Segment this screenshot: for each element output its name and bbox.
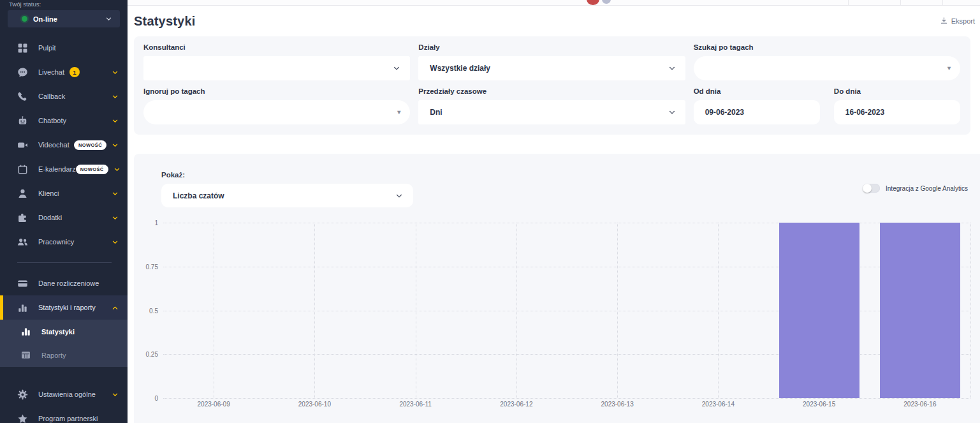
chat-icon xyxy=(17,67,28,78)
chevron-down-icon xyxy=(112,214,119,221)
y-tick-label: 0 xyxy=(133,395,158,402)
filter-konsultanci: Konsultanci xyxy=(143,43,410,80)
nowosc-badge: NOWOŚĆ xyxy=(74,140,106,150)
filter-label: Szukaj po tagach xyxy=(694,43,960,51)
show-label: Pokaż: xyxy=(134,154,980,179)
bar-chart-icon xyxy=(20,326,31,337)
y-tick-label: 0.25 xyxy=(133,351,158,358)
filter-label: Od dnia xyxy=(694,87,820,95)
online-status-icon xyxy=(22,16,27,22)
y-tick-label: 0.5 xyxy=(133,307,158,314)
sidebar-item-pracownicy[interactable]: Pracownicy xyxy=(0,230,128,254)
metric-select[interactable]: Liczba czatów xyxy=(161,184,413,207)
filter-dzialy: Działy Wszystkie działy xyxy=(418,43,685,80)
x-tick-label: 2023-06-13 xyxy=(582,401,652,408)
chevron-down-icon xyxy=(112,69,119,76)
x-tick-label: 2023-06-16 xyxy=(885,401,955,408)
sidebar-nav: PulpitLivechat1CallbackChatbotyVideochat… xyxy=(0,36,128,423)
chevron-down-icon xyxy=(395,192,403,200)
page-title: Statystyki xyxy=(134,14,196,29)
x-tick-label: 2023-06-10 xyxy=(279,401,349,408)
sidebar-item-e-kalendarz[interactable]: E-kalendarzNOWOŚĆ xyxy=(0,157,128,181)
x-tick-label: 2023-06-14 xyxy=(683,401,753,408)
record-icon[interactable] xyxy=(587,0,599,5)
app-root: Twój status: On-line PulpitLivechat1Call… xyxy=(0,0,980,423)
sidebar-item-statystyki[interactable]: Statystyki xyxy=(0,320,128,343)
chart-bar xyxy=(880,223,960,398)
y-tick-label: 0.75 xyxy=(133,263,158,270)
ignoruj-po-tagach-input[interactable]: ▾ xyxy=(143,100,410,124)
status-label: Twój status: xyxy=(0,0,128,10)
filter-label: Ignoruj po tagach xyxy=(143,87,410,95)
gridline-vertical xyxy=(416,223,416,398)
konsultanci-select[interactable] xyxy=(143,56,410,80)
sidebar-item-chatboty[interactable]: Chatboty xyxy=(0,108,128,133)
chart-section: Pokaż: Liczba czatów Integracja z Google… xyxy=(134,154,980,423)
card-icon xyxy=(17,278,28,289)
people-icon xyxy=(17,237,28,248)
sidebar-item-statystyki-i-raporty[interactable]: Statystyki i raporty xyxy=(0,295,128,320)
filter-label: Do dnia xyxy=(834,87,960,95)
chevron-down-icon xyxy=(393,64,400,72)
do-dnia-input[interactable]: 16-06-2023 xyxy=(834,100,960,124)
filter-szukaj-po-tagach: Szukaj po tagach ▾ xyxy=(694,43,960,80)
sidebar-item-pulpit[interactable]: Pulpit xyxy=(0,36,128,60)
table-icon xyxy=(20,350,31,360)
phone-icon xyxy=(17,91,28,102)
download-icon xyxy=(940,17,948,25)
sidebar-item-program-partnerski[interactable]: Program partnerski xyxy=(0,406,128,423)
chevron-down-icon xyxy=(668,108,676,116)
divider xyxy=(848,0,849,5)
chevron-down-icon xyxy=(668,64,676,72)
status-select[interactable]: On-line xyxy=(8,10,120,27)
filter-label: Przedziały czasowe xyxy=(418,87,685,95)
sidebar: Twój status: On-line PulpitLivechat1Call… xyxy=(0,0,128,423)
bar-chart: 00.250.50.7512023-06-092023-06-102023-06… xyxy=(163,223,970,398)
google-analytics-label: Integracja z Google Analytics xyxy=(886,185,968,192)
nowosc-badge: NOWOŚĆ xyxy=(76,165,108,174)
x-tick-label: 2023-06-11 xyxy=(381,401,451,408)
notification-badge: 1 xyxy=(69,67,80,77)
sidebar-item-raporty[interactable]: Raporty xyxy=(0,343,128,367)
star-icon xyxy=(17,413,28,423)
google-analytics-toggle[interactable] xyxy=(863,184,880,193)
status-value: On-line xyxy=(33,15,57,23)
chevron-down-icon xyxy=(112,391,119,398)
avatar[interactable] xyxy=(602,0,611,4)
main-content: Statystyki Eksport Konsultanci Działy xyxy=(128,0,980,423)
chevron-down-icon xyxy=(112,93,119,100)
x-tick-label: 2023-06-09 xyxy=(179,401,249,408)
filter-label: Konsultanci xyxy=(143,43,410,51)
google-analytics-toggle-row: Integracja z Google Analytics xyxy=(863,184,968,193)
przedzialy-czasowe-select[interactable]: Dni xyxy=(418,100,685,124)
video-icon xyxy=(17,140,28,151)
robot-icon xyxy=(17,115,28,126)
sidebar-item-dodatki[interactable]: Dodatki xyxy=(0,205,128,230)
bar-chart-icon xyxy=(17,302,28,313)
szukaj-po-tagach-input[interactable]: ▾ xyxy=(694,56,960,80)
x-tick-label: 2023-06-15 xyxy=(784,401,854,408)
od-dnia-input[interactable]: 09-06-2023 xyxy=(694,100,820,124)
gridline-vertical xyxy=(617,223,618,398)
eksport-button[interactable]: Eksport xyxy=(940,17,975,25)
caret-down-icon: ▾ xyxy=(947,65,951,71)
gridline-horizontal xyxy=(163,398,970,399)
sidebar-item-videochat[interactable]: VideochatNOWOŚĆ xyxy=(0,133,128,157)
top-bar xyxy=(128,0,980,6)
divider xyxy=(900,0,901,5)
sidebar-item-klienci[interactable]: Klienci xyxy=(0,181,128,205)
sidebar-divider xyxy=(17,262,112,263)
toggle-knob xyxy=(863,184,872,193)
chevron-up-icon xyxy=(112,304,119,311)
sidebar-item-ustawienia-ogolne[interactable]: Ustawienia ogólne xyxy=(0,382,128,406)
sidebar-item-callback[interactable]: Callback xyxy=(0,84,128,108)
calendar-icon xyxy=(17,164,28,175)
filter-ignoruj-po-tagach: Ignoruj po tagach ▾ xyxy=(143,87,410,124)
dzialy-select[interactable]: Wszystkie działy xyxy=(418,56,685,80)
filter-panel: Konsultanci Działy Wszystkie działy Szuk… xyxy=(134,36,970,135)
puzzle-icon xyxy=(17,212,28,223)
sidebar-item-dane-rozliczeniowe[interactable]: Dane rozliczeniowe xyxy=(0,271,128,295)
person-icon xyxy=(17,188,28,199)
y-tick-label: 1 xyxy=(133,219,158,226)
sidebar-item-livechat[interactable]: Livechat1 xyxy=(0,60,128,84)
